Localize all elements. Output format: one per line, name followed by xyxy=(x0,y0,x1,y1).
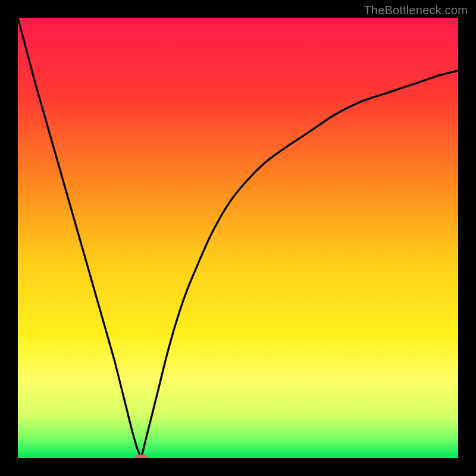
min-point-marker xyxy=(134,455,148,458)
plot-area xyxy=(18,18,458,458)
curve-right-branch xyxy=(141,71,458,458)
watermark-text: TheBottleneck.com xyxy=(364,4,468,17)
chart-frame: TheBottleneck.com xyxy=(0,0,476,476)
curve-layer xyxy=(18,18,458,458)
curve-left-branch xyxy=(18,18,141,458)
